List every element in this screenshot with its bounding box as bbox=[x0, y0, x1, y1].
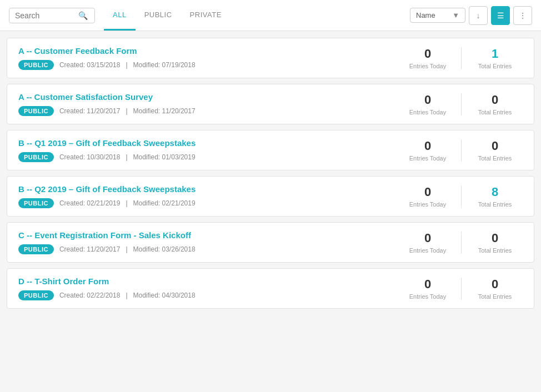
sort-down-button[interactable]: ↓ bbox=[469, 6, 488, 25]
form-modified: Modified: 11/20/2017 bbox=[133, 107, 196, 115]
badge-public: PUBLIC bbox=[18, 152, 54, 162]
form-info: B ‑‑ Q2 2019 – Gift of Feedback Sweepsta… bbox=[18, 184, 400, 208]
form-modified: Modified: 01/03/2019 bbox=[133, 153, 196, 161]
entries-today-block: 0 Entries Today bbox=[400, 93, 455, 115]
total-entries-label: Total Entries bbox=[478, 109, 512, 115]
stat-divider bbox=[461, 278, 462, 300]
sort-select[interactable]: Name ▼ bbox=[410, 8, 465, 23]
form-created: Created: 11/20/2017 bbox=[59, 107, 120, 115]
entries-today-block: 0 Entries Today bbox=[400, 185, 455, 207]
entries-today-count: 0 bbox=[424, 93, 431, 107]
entries-today-label: Entries Today bbox=[409, 247, 446, 254]
separator: | bbox=[126, 107, 127, 115]
forms-list: A ‑‑ Customer Feedback Form PUBLIC Creat… bbox=[0, 31, 541, 321]
top-bar: 🔍 ALL PUBLIC PRIVATE Name ▼ ↓ ☰ ⋮ bbox=[0, 0, 541, 31]
tab-all[interactable]: ALL bbox=[104, 0, 136, 31]
arrow-down-icon: ↓ bbox=[477, 11, 480, 20]
search-input[interactable] bbox=[15, 11, 76, 20]
total-entries-block: 0 Total Entries bbox=[467, 231, 523, 253]
form-card: A ‑‑ Customer Feedback Form PUBLIC Creat… bbox=[7, 38, 534, 78]
form-meta: PUBLIC Created: 11/20/2017 | Modified: 1… bbox=[18, 106, 400, 116]
total-entries-block: 0 Total Entries bbox=[467, 277, 523, 299]
form-card: B ‑‑ Q1 2019 – Gift of Feedback Sweepsta… bbox=[7, 130, 534, 170]
form-title[interactable]: B ‑‑ Q1 2019 – Gift of Feedback Sweepsta… bbox=[18, 138, 400, 148]
form-card: D ‑‑ T-Shirt Order Form PUBLIC Created: … bbox=[7, 268, 534, 309]
separator: | bbox=[126, 153, 127, 161]
form-created: Created: 11/20/2017 bbox=[59, 245, 120, 253]
entries-today-label: Entries Today bbox=[409, 109, 446, 115]
badge-public: PUBLIC bbox=[18, 244, 54, 254]
total-entries-block: 8 Total Entries bbox=[467, 185, 523, 207]
total-entries-count: 1 bbox=[492, 47, 498, 61]
form-meta: PUBLIC Created: 03/15/2018 | Modified: 0… bbox=[18, 60, 400, 70]
form-meta: PUBLIC Created: 02/21/2019 | Modified: 0… bbox=[18, 198, 400, 208]
total-entries-block: 1 Total Entries bbox=[467, 47, 523, 69]
badge-public: PUBLIC bbox=[18, 60, 54, 70]
stat-divider bbox=[461, 185, 462, 208]
stat-divider bbox=[461, 93, 462, 115]
total-entries-label: Total Entries bbox=[478, 293, 512, 300]
form-meta: PUBLIC Created: 02/22/2018 | Modified: 0… bbox=[18, 290, 400, 300]
tab-public[interactable]: PUBLIC bbox=[136, 0, 181, 31]
form-title[interactable]: A ‑‑ Customer Feedback Form bbox=[18, 46, 400, 56]
search-icon: 🔍 bbox=[78, 11, 88, 20]
form-meta: PUBLIC Created: 10/30/2018 | Modified: 0… bbox=[18, 152, 400, 162]
entries-today-count: 0 bbox=[424, 139, 431, 153]
form-meta: PUBLIC Created: 11/20/2017 | Modified: 0… bbox=[18, 244, 400, 254]
total-entries-count: 0 bbox=[492, 277, 498, 292]
list-icon: ☰ bbox=[497, 11, 504, 20]
list-view-button[interactable]: ☰ bbox=[491, 6, 510, 25]
form-created: Created: 03/15/2018 bbox=[59, 61, 120, 69]
total-entries-label: Total Entries bbox=[478, 155, 512, 162]
badge-public: PUBLIC bbox=[18, 198, 54, 208]
form-modified: Modified: 04/30/2018 bbox=[133, 292, 196, 299]
total-entries-count: 8 bbox=[492, 185, 498, 199]
form-info: A ‑‑ Customer Satisfaction Survey PUBLIC… bbox=[18, 92, 400, 116]
total-entries-count: 0 bbox=[492, 139, 498, 153]
form-modified: Modified: 03/26/2018 bbox=[133, 245, 196, 253]
form-modified: Modified: 02/21/2019 bbox=[133, 199, 196, 207]
entries-today-label: Entries Today bbox=[409, 63, 446, 69]
form-info: B ‑‑ Q1 2019 – Gift of Feedback Sweepsta… bbox=[18, 138, 400, 162]
form-title[interactable]: B ‑‑ Q2 2019 – Gift of Feedback Sweepsta… bbox=[18, 184, 400, 194]
entries-today-count: 0 bbox=[424, 185, 431, 199]
form-title[interactable]: C ‑‑ Event Registration Form - Sales Kic… bbox=[18, 230, 400, 240]
entries-today-label: Entries Today bbox=[409, 293, 446, 300]
search-box[interactable]: 🔍 bbox=[9, 8, 95, 23]
grid-view-button[interactable]: ⋮ bbox=[513, 6, 532, 25]
stat-divider bbox=[461, 47, 462, 69]
tab-group: ALL PUBLIC PRIVATE bbox=[104, 0, 231, 31]
total-entries-label: Total Entries bbox=[478, 201, 512, 208]
form-title[interactable]: A ‑‑ Customer Satisfaction Survey bbox=[18, 92, 400, 102]
form-created: Created: 10/30/2018 bbox=[59, 153, 120, 161]
tab-private[interactable]: PRIVATE bbox=[181, 0, 231, 31]
form-info: D ‑‑ T-Shirt Order Form PUBLIC Created: … bbox=[18, 277, 400, 300]
total-entries-block: 0 Total Entries bbox=[467, 139, 523, 161]
entries-today-count: 0 bbox=[424, 47, 431, 61]
entries-today-count: 0 bbox=[424, 277, 431, 292]
entries-today-block: 0 Entries Today bbox=[400, 139, 455, 161]
total-entries-block: 0 Total Entries bbox=[467, 93, 523, 115]
entries-today-block: 0 Entries Today bbox=[400, 277, 455, 299]
form-modified: Modified: 07/19/2018 bbox=[133, 61, 196, 69]
sort-label: Name bbox=[416, 11, 435, 19]
stat-divider bbox=[461, 139, 462, 162]
total-entries-label: Total Entries bbox=[478, 63, 512, 69]
form-card: A ‑‑ Customer Satisfaction Survey PUBLIC… bbox=[7, 84, 534, 124]
entries-today-block: 0 Entries Today bbox=[400, 47, 455, 69]
form-info: A ‑‑ Customer Feedback Form PUBLIC Creat… bbox=[18, 46, 400, 70]
form-created: Created: 02/22/2018 bbox=[59, 292, 120, 299]
sort-control: Name ▼ ↓ ☰ ⋮ bbox=[410, 6, 532, 25]
badge-public: PUBLIC bbox=[18, 290, 54, 300]
chevron-down-icon: ▼ bbox=[452, 11, 459, 19]
form-card: C ‑‑ Event Registration Form - Sales Kic… bbox=[7, 222, 534, 263]
separator: | bbox=[126, 245, 127, 253]
separator: | bbox=[126, 61, 127, 69]
total-entries-count: 0 bbox=[492, 231, 498, 245]
entries-today-block: 0 Entries Today bbox=[400, 231, 455, 253]
entries-today-count: 0 bbox=[424, 231, 431, 245]
form-card: B ‑‑ Q2 2019 – Gift of Feedback Sweepsta… bbox=[7, 176, 534, 217]
total-entries-count: 0 bbox=[492, 93, 498, 107]
form-title[interactable]: D ‑‑ T-Shirt Order Form bbox=[18, 277, 400, 286]
entries-today-label: Entries Today bbox=[409, 201, 446, 208]
